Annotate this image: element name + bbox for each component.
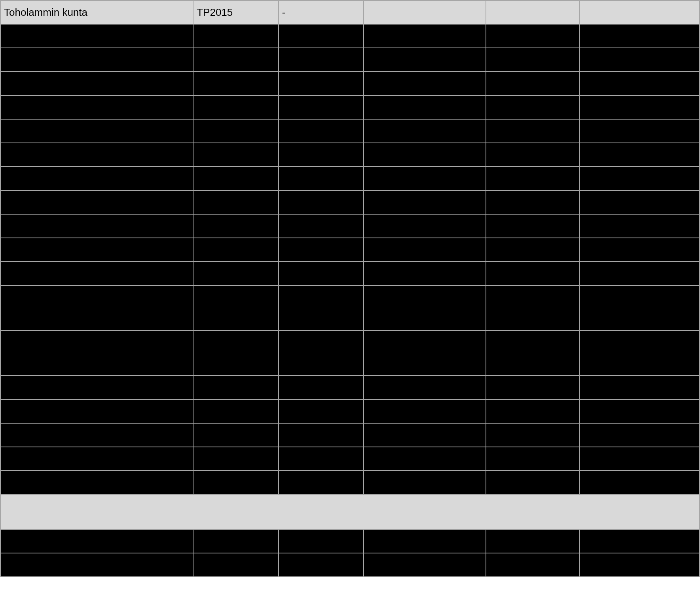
row-value (486, 238, 579, 262)
row-value (580, 471, 700, 494)
row-label (0, 143, 193, 167)
row-value (193, 119, 278, 143)
table-row (0, 529, 700, 553)
row-value (193, 447, 278, 471)
table-row (0, 262, 700, 285)
row-value (364, 553, 486, 577)
row-value (580, 24, 700, 48)
row-value (580, 167, 700, 190)
row-label (0, 399, 193, 423)
table-row (0, 447, 700, 471)
table-header-row: Toholammin kunta TP2015 - (0, 0, 700, 24)
row-value (580, 285, 700, 331)
row-value (193, 529, 278, 553)
row-value (193, 190, 278, 214)
row-value (279, 167, 364, 190)
row-value (486, 24, 579, 48)
row-value (364, 285, 486, 331)
row-value (364, 119, 486, 143)
row-value (193, 423, 278, 447)
row-label (0, 529, 193, 553)
row-value (279, 119, 364, 143)
header-title: Toholammin kunta (0, 0, 193, 24)
row-value (364, 529, 486, 553)
row-value (486, 553, 579, 577)
row-value (486, 48, 579, 72)
row-value (279, 48, 364, 72)
row-label (0, 238, 193, 262)
row-value (279, 399, 364, 423)
row-value (279, 143, 364, 167)
table-row (0, 471, 700, 494)
row-value (486, 376, 579, 399)
row-value (364, 167, 486, 190)
row-label (0, 24, 193, 48)
row-value (364, 471, 486, 494)
row-value (486, 447, 579, 471)
row-value (364, 399, 486, 423)
row-value (193, 24, 278, 48)
row-value (364, 214, 486, 238)
row-value (580, 529, 700, 553)
row-value (364, 95, 486, 119)
row-label (0, 95, 193, 119)
row-value (193, 48, 278, 72)
row-label (0, 553, 193, 577)
row-value (580, 423, 700, 447)
row-value (193, 238, 278, 262)
row-value (279, 238, 364, 262)
row-value (580, 48, 700, 72)
header-col-3 (364, 0, 486, 24)
table-row (0, 48, 700, 72)
row-value (486, 190, 579, 214)
row-value (193, 399, 278, 423)
row-value (486, 399, 579, 423)
row-value (279, 447, 364, 471)
section-spacer (0, 494, 700, 529)
row-value (580, 119, 700, 143)
table-row (0, 399, 700, 423)
header-col-4 (486, 0, 579, 24)
row-value (486, 95, 579, 119)
row-label (0, 167, 193, 190)
row-label (0, 285, 193, 331)
row-value (486, 471, 579, 494)
row-label (0, 423, 193, 447)
row-label (0, 72, 193, 95)
table-row (0, 423, 700, 447)
row-label (0, 262, 193, 285)
row-value (580, 376, 700, 399)
table-row (0, 331, 700, 376)
row-value (486, 143, 579, 167)
row-value (193, 95, 278, 119)
row-value (193, 376, 278, 399)
row-value (193, 553, 278, 577)
row-value (279, 331, 364, 376)
table-row (0, 119, 700, 143)
row-value (580, 143, 700, 167)
row-value (364, 376, 486, 399)
table-row (0, 214, 700, 238)
row-value (580, 262, 700, 285)
row-value (580, 447, 700, 471)
row-value (364, 238, 486, 262)
spacer-cell (0, 494, 700, 529)
row-label (0, 119, 193, 143)
row-value (364, 72, 486, 95)
table-row (0, 376, 700, 399)
row-value (279, 529, 364, 553)
table-row (0, 553, 700, 577)
budget-table: Toholammin kunta TP2015 - (0, 0, 700, 577)
table-row (0, 95, 700, 119)
row-value (193, 262, 278, 285)
row-label (0, 331, 193, 376)
header-col-5 (580, 0, 700, 24)
row-value (580, 399, 700, 423)
row-label (0, 190, 193, 214)
row-value (486, 262, 579, 285)
table-row (0, 24, 700, 48)
row-value (364, 48, 486, 72)
row-label (0, 214, 193, 238)
header-col-2: - (279, 0, 364, 24)
row-value (486, 119, 579, 143)
